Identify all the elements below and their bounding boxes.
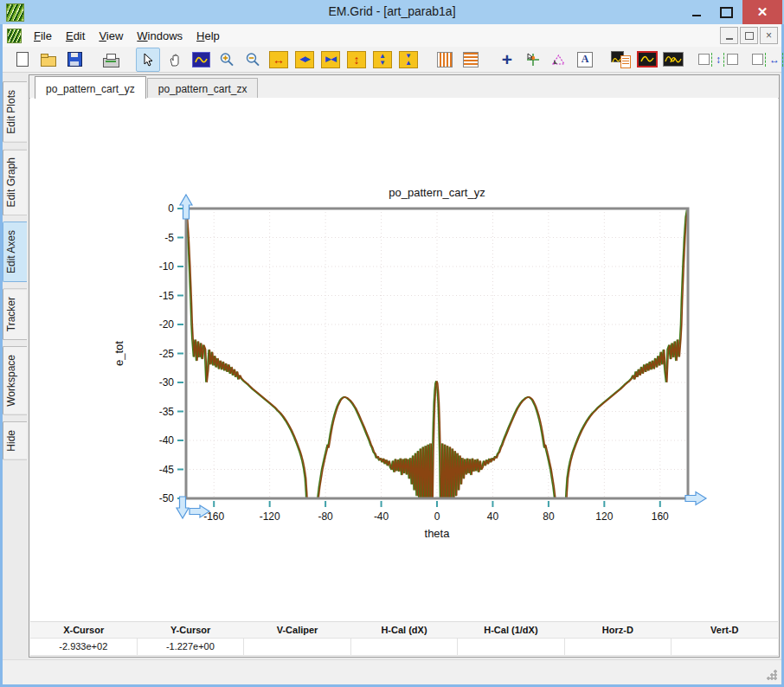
- dash-guide-icon: [723, 53, 725, 67]
- cursor-readout-table: X-CursorY-CursorV-CaliperH-Cal (dX)H-Cal…: [30, 621, 778, 656]
- cursor-header-v-caliper: V-Caliper: [244, 622, 350, 638]
- new-file-button[interactable]: [11, 48, 34, 71]
- zoom-out-icon: [245, 52, 260, 67]
- zoom-out-button[interactable]: [241, 48, 264, 71]
- tri-up-glyph: ▲: [405, 60, 412, 66]
- mdi-minimize-icon: [726, 38, 733, 40]
- x-tick-label: 0: [434, 510, 440, 523]
- mdi-close-button[interactable]: ×: [760, 27, 778, 44]
- print-button[interactable]: [100, 48, 122, 71]
- dash-guide-icon: [765, 53, 767, 67]
- vertical-gridlines-button[interactable]: [434, 48, 456, 71]
- legend-icon: [611, 51, 632, 68]
- resize-grip-icon[interactable]: [767, 670, 777, 680]
- open-file-button[interactable]: [37, 48, 60, 71]
- expand-x-button[interactable]: ↔: [267, 48, 290, 71]
- shrink-y-button[interactable]: ▼▲: [397, 48, 420, 71]
- chart-title: po_pattern_cart_yz: [389, 186, 485, 199]
- pan-tool-button[interactable]: [164, 48, 186, 71]
- sidebar-item-edit-axes[interactable]: Edit Axes: [3, 222, 27, 282]
- menu-help[interactable]: Help: [190, 26, 227, 46]
- maximize-button[interactable]: [713, 0, 739, 24]
- tab-po-pattern-cart-zx[interactable]: po_pattern_cart_zx: [147, 78, 259, 99]
- shrink-x-button[interactable]: ▶◀: [319, 48, 342, 71]
- maximize-icon: [720, 7, 733, 18]
- expand-x-icon: ↔: [269, 51, 288, 68]
- stretch-y-button[interactable]: ▲▼: [371, 48, 394, 71]
- cursor-header-row: X-CursorY-CursorV-CaliperH-Cal (dX)H-Cal…: [30, 621, 778, 638]
- sidebar-item-tracker[interactable]: Tracker: [3, 288, 27, 340]
- expand-y-button[interactable]: ↕: [345, 48, 368, 71]
- status-bar: [3, 659, 781, 684]
- cursor-header-y-cursor: Y-Cursor: [137, 622, 243, 638]
- align-vertical-button[interactable]: ↕: [698, 53, 738, 67]
- fit-view-button[interactable]: [190, 48, 212, 71]
- legend-button[interactable]: [610, 48, 633, 71]
- close-button[interactable]: ✕: [742, 0, 782, 24]
- tri-right-glyph: ▶: [305, 55, 310, 63]
- text-annotation-button[interactable]: A: [574, 48, 596, 71]
- cursor-header-vert-d: Vert-D: [672, 622, 778, 638]
- y-tick-label: -25: [159, 348, 175, 360]
- x-tick-label: -80: [318, 510, 333, 523]
- stretch-x-icon: ◀▶: [295, 51, 314, 68]
- save-icon: [67, 52, 82, 67]
- crosshair-icon: +: [502, 51, 512, 68]
- x-tick-label: 160: [652, 510, 669, 523]
- sidebar-item-edit-graph[interactable]: Edit Graph: [3, 149, 27, 215]
- zoom-in-icon: [219, 52, 235, 67]
- chart[interactable]: 0-5-10-15-20-25-30-35-40-45-50-160-120-8…: [30, 98, 778, 622]
- shrink-x-icon: ▶◀: [321, 51, 340, 68]
- cursor-value-horz-d: [564, 638, 672, 656]
- pan-hand-icon: [168, 53, 182, 67]
- close-icon: ✕: [757, 4, 768, 20]
- y-tick-label: -45: [159, 464, 175, 476]
- cursor-header-h-cal-1-dx-: H-Cal (1/dX): [458, 622, 564, 638]
- mdi-restore-button[interactable]: [740, 27, 758, 44]
- sidebar-item-edit-plots[interactable]: Edit Plots: [3, 81, 27, 143]
- title-bar[interactable]: EM.Grid - [art_parab1a] ✕: [0, 0, 784, 24]
- y-axis-label: e_tot: [112, 341, 125, 366]
- h-arrow-glyph: ↔: [769, 55, 780, 65]
- zoom-in-button[interactable]: [215, 48, 238, 71]
- cursor-value-v-caliper: [243, 638, 350, 656]
- h-expand-glyph: ↔: [273, 54, 285, 66]
- edit-plot-button[interactable]: [636, 48, 659, 71]
- tab-po-pattern-cart-yz[interactable]: po_pattern_cart_yz: [35, 76, 146, 99]
- select-tool-button[interactable]: [136, 48, 160, 72]
- save-button[interactable]: [63, 48, 86, 71]
- crosshair-button[interactable]: +: [496, 48, 518, 71]
- y-tick-label: -20: [159, 318, 175, 331]
- menu-view[interactable]: View: [92, 26, 130, 46]
- tracker-button[interactable]: [522, 48, 544, 71]
- y-axis-handle[interactable]: [180, 195, 192, 219]
- caliper-button[interactable]: [548, 48, 570, 71]
- caliper-icon: [551, 53, 567, 67]
- menu-windows[interactable]: Windows: [130, 26, 190, 46]
- mdi-minimize-button[interactable]: [720, 27, 738, 44]
- cursor-header-horz-d: Horz-D: [564, 622, 671, 638]
- horizontal-gridlines-button[interactable]: [459, 48, 482, 71]
- edit-plots-button[interactable]: [662, 48, 684, 71]
- mdi-window-controls: ×: [720, 27, 778, 44]
- tri-left-glyph: ◀: [331, 55, 336, 63]
- minimize-button[interactable]: [684, 0, 710, 24]
- document-icon: [7, 29, 22, 43]
- menu-file[interactable]: File: [27, 26, 59, 46]
- mdi-child-window: po_pattern_cart_yzpo_pattern_cart_zx 0-5…: [29, 74, 780, 658]
- print-icon: [103, 58, 119, 67]
- menu-edit[interactable]: Edit: [59, 26, 92, 46]
- sidebar-item-workspace[interactable]: Workspace: [3, 346, 27, 415]
- sidebar-item-hide[interactable]: Hide: [3, 421, 27, 460]
- cursor-header-h-cal-dx-: H-Cal (dX): [350, 622, 457, 638]
- application-window: EM.Grid - [art_parab1a] ✕ FileEditViewWi…: [0, 0, 784, 687]
- expand-y-icon: ↕: [347, 51, 366, 68]
- plot-canvas[interactable]: 0-5-10-15-20-25-30-35-40-45-50-160-120-8…: [30, 98, 778, 622]
- minimize-icon: [692, 15, 701, 16]
- toolbar: ↔ ◀▶ ▶◀ ↕ ▲▼ ▼▲ + A: [3, 47, 781, 73]
- align-horizontal-button[interactable]: ↔: [752, 53, 784, 67]
- origin-handle-down[interactable]: [177, 497, 189, 518]
- horizontal-gridlines-icon: [463, 52, 479, 67]
- stretch-x-button[interactable]: ◀▶: [293, 48, 316, 71]
- cursor-value-y-cursor: -1.227e+00: [137, 638, 244, 656]
